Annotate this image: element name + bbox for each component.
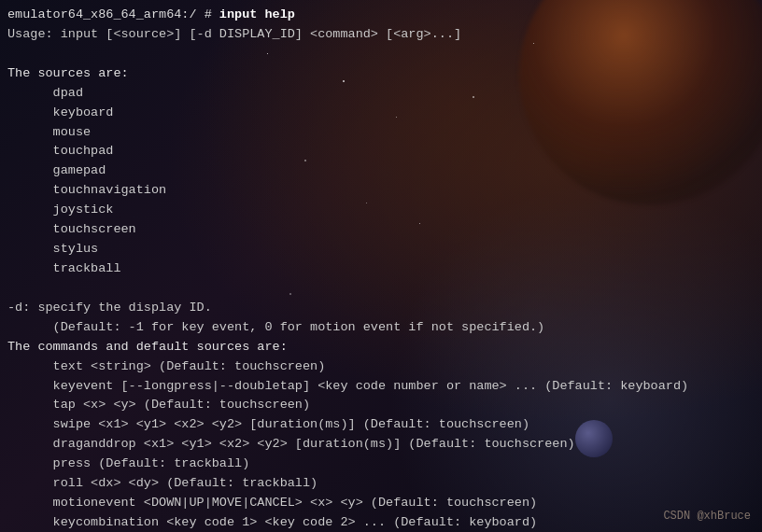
source-stylus: stylus (7, 240, 755, 259)
blank-1 (7, 45, 755, 64)
cmd-tap: tap <x> <y> (Default: touchscreen) (7, 396, 755, 415)
cmd-keyevent: keyevent [--longpress|--doubletap] <key … (7, 377, 755, 397)
commands-header: The commands and default sources are: (7, 338, 755, 357)
source-touchscreen: touchscreen (7, 220, 755, 240)
cmd-roll: roll <dx> <dy> (Default: trackball) (7, 474, 755, 494)
source-mouse: mouse (7, 123, 755, 143)
command-text: input help (219, 7, 295, 21)
cmd-press: press (Default: trackball) (7, 455, 755, 474)
cmd-draganddrop: draganddrop <x1> <y1> <x2> <y2> [duratio… (7, 435, 755, 455)
prompt-line: emulator64_x86_64_arm64:/ # input help (7, 6, 755, 25)
terminal: emulator64_x86_64_arm64:/ # input help U… (0, 0, 762, 532)
cmd-keycombination: keycombination <key code 1> <key code 2>… (7, 513, 755, 532)
source-touchpad: touchpad (7, 142, 755, 161)
watermark: CSDN @xhBruce (663, 510, 751, 523)
usage-line: Usage: input [<source>] [-d DISPLAY_ID] … (7, 25, 755, 45)
source-trackball: trackball (7, 259, 755, 279)
display-id-desc: -d: specify the display ID. (7, 299, 755, 318)
source-keyboard: keyboard (7, 104, 755, 123)
source-joystick: joystick (7, 201, 755, 220)
source-dpad: dpad (7, 84, 755, 104)
display-id-default: (Default: -1 for key event, 0 for motion… (7, 318, 755, 338)
sources-header: The sources are: (7, 64, 755, 84)
source-touchnavigation: touchnavigation (7, 181, 755, 201)
blank-2 (7, 279, 755, 299)
cmd-swipe: swipe <x1> <y1> <x2> <y2> [duration(ms)]… (7, 415, 755, 435)
source-gamepad: gamepad (7, 161, 755, 181)
cmd-text: text <string> (Default: touchscreen) (7, 357, 755, 377)
prompt-text: emulator64_x86_64_arm64:/ # (7, 7, 219, 21)
cmd-motionevent: motionevent <DOWN|UP|MOVE|CANCEL> <x> <y… (7, 494, 755, 513)
